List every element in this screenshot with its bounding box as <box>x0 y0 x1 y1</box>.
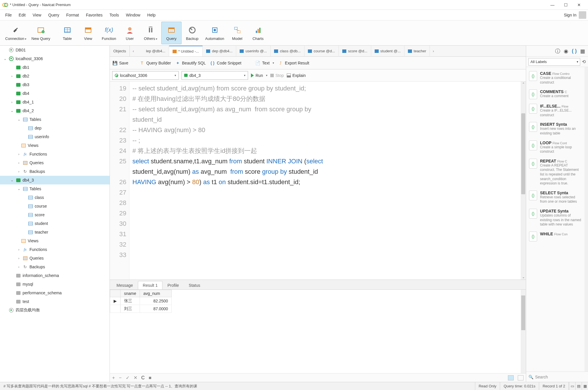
menu-edit[interactable]: Edit <box>15 11 29 19</box>
snippet-item[interactable]: ()WHILE Flow Con <box>528 229 583 244</box>
snippet-item[interactable]: ()INSERT SyntaInsert new rows into an ex… <box>528 120 583 138</box>
tabs-scroll-left[interactable]: ‹ <box>130 49 137 53</box>
tab-item[interactable]: userinfo @... <box>236 46 271 56</box>
tree-conn-localhost[interactable]: ⌄localhost_3306 <box>0 54 110 63</box>
grid-scrollbar[interactable] <box>521 290 526 373</box>
refresh-labels-icon[interactable]: ⟲ <box>582 59 586 64</box>
tree-table-teacher[interactable]: teacher <box>0 228 110 236</box>
snippet-item[interactable]: ()UPDATE SyntaUpdates columns of existin… <box>528 206 583 229</box>
status-icon-2[interactable]: ▤ <box>575 382 582 390</box>
snippet-list[interactable]: ()CASE Flow ControCreate a conditional c… <box>526 67 585 371</box>
menu-file[interactable]: File <box>2 11 15 19</box>
tree-table-course[interactable]: course <box>0 202 110 210</box>
tree-tables-folder[interactable]: ⌄Tables <box>0 184 110 193</box>
tree-functions[interactable]: ›fxFunctions <box>0 150 110 158</box>
text-button[interactable]: 📄Text▾ <box>255 60 274 66</box>
ribbon-model[interactable]: Model <box>227 22 247 44</box>
col-avg_num[interactable]: avg_num <box>140 290 172 297</box>
tree-queries[interactable]: ›Queries <box>0 254 110 263</box>
explain-button[interactable]: Explain <box>287 73 306 78</box>
tree-db[interactable]: performance_schema <box>0 289 110 297</box>
run-button[interactable]: Run▾ <box>251 73 267 78</box>
beautify-sql-button[interactable]: ✦Beautify SQL <box>175 60 206 66</box>
ribbon-backup[interactable]: Backup <box>182 22 202 44</box>
ribbon-others[interactable]: Others▾ <box>140 22 161 44</box>
save-button[interactable]: 💾Save <box>112 60 128 66</box>
menu-format[interactable]: Format <box>63 11 82 19</box>
export-result-button[interactable]: ⤴Export Result <box>278 60 309 66</box>
menu-window[interactable]: Window <box>123 11 144 19</box>
ribbon-new-query[interactable]: + New Query <box>29 22 53 44</box>
tree-db[interactable]: ›db4_1 <box>0 98 110 106</box>
labels-selector[interactable]: All Labels▾ <box>528 58 580 66</box>
tab-item-active[interactable]: * Untitled -... <box>169 46 203 56</box>
form-view-button[interactable] <box>518 375 524 380</box>
stop-button[interactable]: Stop <box>270 73 284 78</box>
code-snippet-button[interactable]: ( )Code Snippet <box>210 60 241 66</box>
ribbon-automation[interactable]: Automation <box>203 22 227 44</box>
sign-in-link[interactable]: Sign In <box>564 13 576 17</box>
tab-message[interactable]: Message <box>112 281 138 289</box>
brackets-icon[interactable]: ( ) <box>572 48 577 54</box>
info-icon[interactable]: ⓘ <box>555 48 560 55</box>
apply-button[interactable]: ✓ <box>126 375 130 380</box>
col-sname[interactable]: sname <box>121 290 140 297</box>
cancel-button[interactable]: ✕ <box>134 375 137 380</box>
snippet-search[interactable]: 🔍Search <box>526 371 588 382</box>
tabs-scroll-right[interactable]: › <box>430 49 437 53</box>
user-avatar[interactable] <box>579 11 586 19</box>
tree-table[interactable]: dep <box>0 124 110 132</box>
tree-table-class[interactable]: class <box>0 193 110 202</box>
tree-tables-folder[interactable]: ⌄Tables <box>0 115 110 124</box>
close-button[interactable]: ✕ <box>572 1 586 9</box>
tab-item[interactable]: teacher <box>404 46 430 56</box>
menu-query[interactable]: Query <box>45 11 63 19</box>
grid-icon[interactable]: ▦ <box>580 48 585 54</box>
snippet-item[interactable]: ()IF...ELSE... FlowCreate a IF...ELSE...… <box>528 101 583 120</box>
query-builder-button[interactable]: TQuery Builder <box>139 60 171 66</box>
tree-db[interactable]: ›db2 <box>0 72 110 80</box>
sql-editor[interactable]: 192021222324252627282930313233 -- select… <box>110 82 526 280</box>
objects-tab[interactable]: Objects <box>110 46 130 56</box>
tab-item[interactable]: course @d... <box>304 46 339 56</box>
maximize-button[interactable]: ☐ <box>559 1 572 9</box>
editor-scrollbar[interactable]: ⌃ ⌄ <box>521 82 526 280</box>
ribbon-user[interactable]: User <box>120 22 140 44</box>
tree-db[interactable]: db4 <box>0 89 110 98</box>
snippet-scrollbar[interactable] <box>585 67 588 371</box>
tab-profile[interactable]: Profile <box>162 281 184 289</box>
tree-conn-db01[interactable]: DB01 <box>0 46 110 54</box>
snippet-item[interactable]: ()SELECT SyntaRetrieve rows selected fro… <box>528 188 583 206</box>
menu-tools[interactable]: Tools <box>106 11 123 19</box>
menu-favorites[interactable]: Favorites <box>82 11 106 19</box>
tree-conn-balance[interactable]: 四层负载均衡 <box>0 306 110 315</box>
tree-db[interactable]: db3 <box>0 80 110 89</box>
eye-icon[interactable]: ◉ <box>564 48 568 54</box>
ribbon-view[interactable]: View <box>78 22 98 44</box>
add-row-button[interactable]: + <box>112 375 115 380</box>
tab-item[interactable]: student @... <box>371 46 404 56</box>
database-selector[interactable]: db4_3▾ <box>182 71 248 80</box>
menu-help[interactable]: Help <box>144 11 159 19</box>
tree-views[interactable]: Views <box>0 236 110 245</box>
tree-table-score[interactable]: score <box>0 210 110 219</box>
snippet-item[interactable]: ()REPEAT Flow CCreate A REPEAT construct… <box>528 156 583 188</box>
tree-table[interactable]: userinfo <box>0 132 110 141</box>
ribbon-charts[interactable]: Charts <box>248 22 268 44</box>
tree-functions[interactable]: ›fxFunctions <box>0 245 110 254</box>
status-icon-3[interactable]: ▦ <box>582 382 588 390</box>
tree-db[interactable]: mysql <box>0 280 110 289</box>
status-icon-1[interactable]: ▭ <box>569 382 575 390</box>
tree-db[interactable]: test <box>0 297 110 306</box>
result-grid[interactable]: sname avg_num ▶ 张三 82.2500 刘三 87.0000 <box>110 289 526 373</box>
tree-backups[interactable]: ›↻Backups <box>0 263 110 271</box>
tab-item[interactable]: class @db... <box>271 46 304 56</box>
tree-table-student[interactable]: student <box>0 219 110 228</box>
tree-backups[interactable]: ›↻Backups <box>0 167 110 176</box>
snippet-item[interactable]: ()LOOP Flow ContCreate a simple loop con… <box>528 138 583 156</box>
refresh-button[interactable]: C <box>141 375 145 380</box>
tab-result1[interactable]: Result 1 <box>138 281 162 289</box>
snippet-item[interactable]: ()COMMENTS CCreate a comment <box>528 87 583 101</box>
host-selector[interactable]: localhost_3306▾ <box>112 71 179 80</box>
ribbon-function[interactable]: f(x) Function <box>99 22 119 44</box>
